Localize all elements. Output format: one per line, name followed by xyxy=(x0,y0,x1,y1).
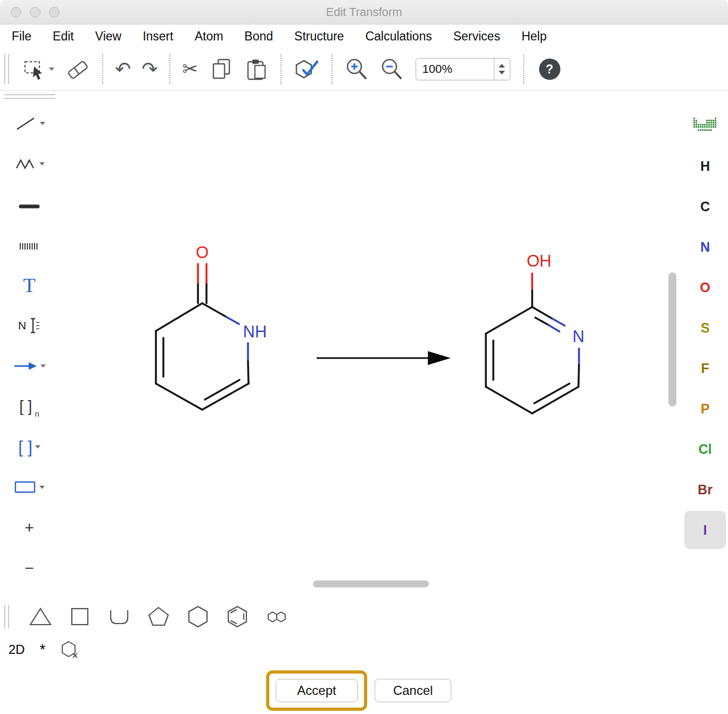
zoom-stepper[interactable] xyxy=(494,59,510,80)
eraser-button[interactable] xyxy=(63,55,92,83)
menu-file[interactable]: File xyxy=(12,29,31,44)
chevron-down-icon xyxy=(39,486,45,489)
pentagon-template-button[interactable] xyxy=(146,605,171,628)
cancel-button[interactable]: Cancel xyxy=(375,679,451,702)
vertical-scrollbar[interactable] xyxy=(668,272,676,406)
selection-tool-button[interactable] xyxy=(21,55,56,83)
periodic-table-button[interactable] xyxy=(684,106,726,145)
element-I-label: I xyxy=(704,522,707,538)
hexagon-template-button[interactable] xyxy=(186,604,210,629)
element-C-button[interactable]: C xyxy=(684,187,726,226)
reactant-structure[interactable]: O NH xyxy=(156,243,267,410)
element-O-button[interactable]: O xyxy=(684,268,726,306)
menu-insert[interactable]: Insert xyxy=(143,29,173,44)
chain-icon xyxy=(14,154,37,174)
product-structure[interactable]: OH N xyxy=(486,252,584,413)
plus-icon: + xyxy=(24,519,34,537)
abbreviated-group-button[interactable] xyxy=(60,640,79,659)
element-Br-button[interactable]: Br xyxy=(684,470,726,509)
rectangle-tool[interactable] xyxy=(0,467,59,508)
text-tool[interactable]: T xyxy=(0,265,59,305)
zoom-level-control[interactable]: 100% xyxy=(416,58,510,80)
product-oh-label[interactable]: OH xyxy=(527,252,552,270)
help-button[interactable]: ? xyxy=(539,59,560,80)
toolbar-drag-handle[interactable] xyxy=(4,54,9,84)
text-tool-icon: T xyxy=(23,273,35,297)
menu-bar: File Edit View Insert Atom Bond Structur… xyxy=(0,25,728,48)
element-C-label: C xyxy=(700,199,710,214)
benzene-ring-icon xyxy=(225,604,250,629)
menu-help[interactable]: Help xyxy=(522,29,547,44)
menu-structure[interactable]: Structure xyxy=(294,29,344,44)
menu-atom[interactable]: Atom xyxy=(195,29,224,44)
element-P-button[interactable]: P xyxy=(684,389,726,428)
repeat-sub-icon: n xyxy=(35,409,39,418)
titlebar: Edit Transform xyxy=(0,0,728,24)
bold-bond-icon xyxy=(17,195,42,214)
reactant-oxygen-label[interactable]: O xyxy=(196,243,209,262)
menu-services[interactable]: Services xyxy=(453,29,500,44)
reactant-nh-label[interactable]: NH xyxy=(243,322,267,341)
element-I-button[interactable]: I xyxy=(684,511,726,549)
menu-edit[interactable]: Edit xyxy=(53,29,74,44)
open-ring-icon xyxy=(107,605,131,628)
hashed-bond-tool[interactable] xyxy=(0,225,59,265)
hashed-bond-icon xyxy=(17,235,42,254)
toolbar-separator xyxy=(523,54,524,84)
element-H-label: H xyxy=(700,159,710,174)
stepper-up-icon xyxy=(499,64,505,68)
check-structure-button[interactable] xyxy=(292,55,321,83)
menu-bond[interactable]: Bond xyxy=(244,29,273,44)
repeat-group-tool[interactable]: [ ] n xyxy=(0,386,59,427)
atom-label-tool[interactable]: N xyxy=(0,305,59,346)
undo-button[interactable]: ↶ xyxy=(113,58,133,80)
element-H-button[interactable]: H xyxy=(684,147,726,185)
toolbar-separator xyxy=(332,54,333,84)
accept-button[interactable]: Accept xyxy=(276,679,358,702)
redo-button[interactable]: ↷ xyxy=(140,58,159,80)
element-F-button[interactable]: F xyxy=(684,349,726,387)
cut-button[interactable]: ✂ xyxy=(180,58,200,80)
zoom-in-button[interactable] xyxy=(343,55,370,83)
status-row: 2D * xyxy=(0,636,79,663)
menu-view[interactable]: View xyxy=(95,29,121,44)
chevron-down-icon xyxy=(40,364,46,368)
minus-icon: − xyxy=(24,559,34,577)
element-Cl-button[interactable]: Cl xyxy=(684,430,726,468)
structure-canvas[interactable]: O NH OH xyxy=(59,92,665,579)
template-bar-drag-handle[interactable] xyxy=(4,605,9,628)
product-nitrogen-label[interactable]: N xyxy=(573,327,584,346)
arrowhead xyxy=(428,351,451,365)
increase-charge-tool[interactable]: + xyxy=(0,508,59,548)
copy-button[interactable] xyxy=(208,55,235,83)
atom-label-icon: N xyxy=(18,319,26,332)
decrease-charge-tool[interactable]: − xyxy=(0,548,59,588)
zoom-out-button[interactable] xyxy=(378,55,406,83)
chain-tool[interactable] xyxy=(0,144,59,184)
element-S-button[interactable]: S xyxy=(684,309,726,347)
menu-calculations[interactable]: Calculations xyxy=(365,29,432,44)
dimension-mode-label[interactable]: 2D xyxy=(9,642,25,657)
chevron-down-icon xyxy=(49,68,54,71)
bracket-tool[interactable]: [ ] xyxy=(0,427,59,467)
paste-button[interactable] xyxy=(243,55,270,83)
element-N-button[interactable]: N xyxy=(684,228,726,266)
drawing-canvas[interactable]: O NH OH xyxy=(59,92,665,579)
cyclobutane-template-button[interactable] xyxy=(68,605,92,628)
horizontal-scrollbar[interactable] xyxy=(313,580,429,587)
any-atom-label[interactable]: * xyxy=(40,642,46,658)
single-bond-tool[interactable] xyxy=(0,103,59,144)
bold-bond-tool[interactable] xyxy=(0,184,59,225)
fused-rings-template-button[interactable] xyxy=(264,606,290,627)
redo-icon: ↷ xyxy=(142,60,158,79)
cyclopropane-template-button[interactable] xyxy=(28,605,53,628)
zoom-in-icon xyxy=(344,57,369,81)
benzene-template-button[interactable] xyxy=(225,604,250,629)
undo-icon: ↶ xyxy=(115,60,131,79)
toolbar-separator xyxy=(169,54,170,84)
reaction-arrow[interactable] xyxy=(317,351,451,365)
cyclopentane-template-button[interactable] xyxy=(107,605,131,628)
left-tool-palette: T N [ ] n [ ] xyxy=(0,92,59,600)
reaction-arrow-tool[interactable] xyxy=(0,346,59,386)
palette-drag-handle[interactable] xyxy=(4,94,55,99)
